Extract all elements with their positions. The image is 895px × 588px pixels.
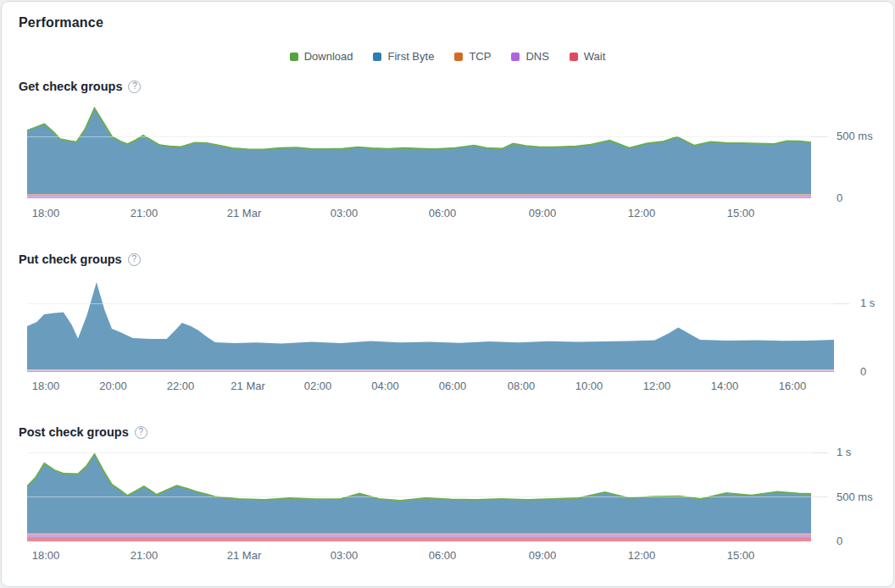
legend-label: Wait: [584, 50, 606, 63]
area-chart-svg: [27, 100, 828, 198]
legend-item-first-byte[interactable]: First Byte: [373, 50, 434, 63]
x-axis-label: 09:00: [529, 207, 557, 219]
tcp-band: [27, 195, 811, 197]
legend-swatch-icon: [454, 53, 463, 61]
legend-label: Download: [304, 50, 353, 63]
x-axis-label: 12:00: [628, 207, 656, 219]
dns-band: [27, 535, 811, 538]
x-axis-label: 16:00: [779, 380, 807, 392]
y-axis-label: 0: [837, 191, 842, 204]
x-axis-label: 06:00: [429, 207, 457, 219]
x-axis-label: 12:00: [643, 380, 671, 392]
wait-band: [27, 537, 811, 541]
legend-label: TCP: [469, 50, 491, 63]
dns-band: [27, 370, 834, 371]
chart-title-text: Get check groups: [19, 80, 122, 93]
tcp-band: [27, 533, 811, 535]
first-byte-area: [27, 282, 834, 370]
chart-put-check-groups[interactable]: [27, 271, 849, 375]
x-axis-label: 10:00: [575, 380, 603, 392]
help-icon[interactable]: ?: [128, 80, 141, 93]
chart-title-get-check-groups: Get check groups ?: [19, 80, 141, 93]
x-axis-label: 04:00: [371, 380, 399, 392]
x-axis-label: 20:00: [99, 380, 127, 392]
legend-swatch-icon: [290, 53, 298, 61]
legend-item-download[interactable]: Download: [290, 50, 353, 63]
x-axis-label: 06:00: [429, 549, 457, 562]
legend-item-dns[interactable]: DNS: [511, 50, 548, 63]
chart-title-text: Put check groups: [19, 252, 122, 266]
y-axis-label: 500 ms: [837, 491, 873, 503]
y-axis-label: 0: [860, 365, 866, 378]
x-axis-label: 21 Mar: [227, 207, 261, 219]
x-axis-label: 08:00: [508, 380, 536, 392]
y-axis-label: 1 s: [837, 446, 851, 458]
legend-swatch-icon: [570, 53, 578, 61]
area-chart-svg: [27, 271, 849, 372]
dns-band: [27, 196, 811, 197]
performance-panel: Performance DownloadFirst ByteTCPDNSWait…: [1, 1, 894, 587]
legend-label: DNS: [525, 50, 548, 63]
x-axis-label: 15:00: [727, 549, 755, 562]
x-axis-label: 21:00: [131, 549, 158, 562]
chart-title-put-check-groups: Put check groups ?: [19, 252, 141, 266]
legend-item-wait[interactable]: Wait: [570, 50, 606, 63]
x-axis-label: 22:00: [167, 380, 195, 392]
help-icon[interactable]: ?: [128, 253, 141, 266]
x-axis-label: 02:00: [304, 380, 332, 392]
y-axis-label: 500 ms: [837, 130, 873, 142]
area-chart-svg: [27, 441, 828, 541]
wait-band: [27, 197, 811, 198]
chart-legend: DownloadFirst ByteTCPDNSWait: [2, 50, 893, 63]
chart-title-post-check-groups: Post check groups ?: [19, 425, 147, 439]
x-axis-label: 03:00: [331, 207, 359, 219]
legend-swatch-icon: [373, 53, 381, 61]
first-byte-area: [27, 454, 811, 533]
chart-get-check-groups[interactable]: [27, 100, 828, 202]
x-axis-label: 18:00: [32, 549, 60, 562]
x-axis-label: 18:00: [32, 207, 60, 219]
wait-band: [27, 371, 834, 373]
x-axis-label: 18:00: [32, 380, 60, 392]
help-icon[interactable]: ?: [135, 426, 147, 439]
chart-title-text: Post check groups: [19, 425, 129, 439]
x-axis-label: 09:00: [529, 549, 557, 562]
x-axis-label: 15:00: [727, 207, 755, 219]
y-axis-label: 0: [837, 535, 842, 547]
x-axis-label: 21 Mar: [227, 549, 261, 562]
y-axis-label: 1 s: [860, 297, 875, 309]
legend-label: First Byte: [387, 50, 434, 63]
x-axis-label: 06:00: [439, 380, 467, 392]
legend-item-tcp[interactable]: TCP: [454, 50, 491, 63]
x-axis-label: 21:00: [131, 207, 158, 219]
legend-swatch-icon: [511, 53, 520, 61]
x-axis-label: 12:00: [628, 549, 656, 562]
chart-post-check-groups[interactable]: [27, 441, 828, 545]
x-axis-label: 14:00: [711, 380, 739, 392]
page-title: Performance: [19, 15, 103, 31]
x-axis-label: 03:00: [331, 549, 359, 562]
x-axis-label: 21 Mar: [231, 380, 264, 392]
first-byte-area: [27, 108, 811, 195]
